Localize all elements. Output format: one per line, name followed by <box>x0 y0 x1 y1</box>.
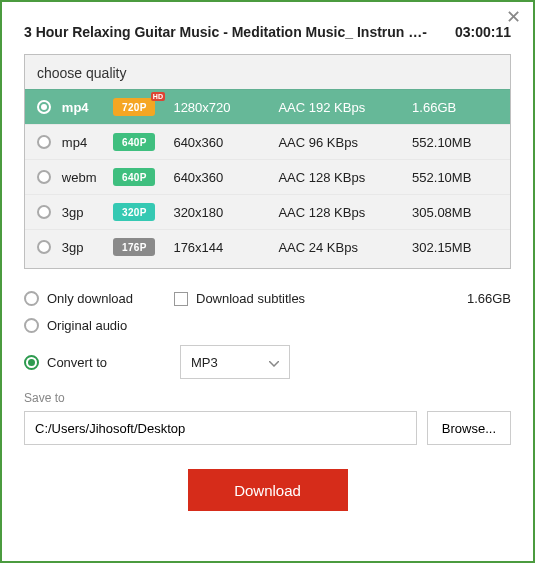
subtitles-label: Download subtitles <box>196 291 305 306</box>
quality-codec: AAC 192 KBps <box>278 100 412 115</box>
download-dialog: ✕ 3 Hour Relaxing Guitar Music - Meditat… <box>0 0 535 563</box>
quality-size: 302.15MB <box>412 240 498 255</box>
quality-format: 3gp <box>62 240 114 255</box>
radio-icon <box>24 318 39 333</box>
download-button[interactable]: Download <box>188 469 348 511</box>
quality-resolution: 640x360 <box>173 170 278 185</box>
quality-size: 552.10MB <box>412 135 498 150</box>
quality-row[interactable]: webm 640P 640x360 AAC 128 KBps 552.10MB <box>25 159 510 194</box>
download-subtitles-option[interactable]: Download subtitles <box>174 291 467 306</box>
quality-row[interactable]: 3gp 176P 176x144 AAC 24 KBps 302.15MB <box>25 229 510 268</box>
hd-icon: HD <box>151 92 166 101</box>
quality-format: 3gp <box>62 205 114 220</box>
quality-badge: 176P <box>113 238 155 256</box>
convert-to-label: Convert to <box>47 355 107 370</box>
only-download-option[interactable]: Only download <box>24 291 174 306</box>
quality-size: 552.10MB <box>412 170 498 185</box>
quality-format: mp4 <box>62 100 114 115</box>
only-download-label: Only download <box>47 291 133 306</box>
quality-codec: AAC 96 KBps <box>278 135 412 150</box>
quality-panel: choose quality mp4 720PHD 1280x720 AAC 1… <box>24 54 511 269</box>
close-icon[interactable]: ✕ <box>503 8 523 28</box>
convert-format-select[interactable]: MP3 <box>180 345 290 379</box>
video-title: 3 Hour Relaxing Guitar Music - Meditatio… <box>24 24 447 40</box>
browse-button[interactable]: Browse... <box>427 411 511 445</box>
quality-size: 1.66GB <box>412 100 498 115</box>
radio-icon <box>37 170 51 184</box>
quality-resolution: 640x360 <box>173 135 278 150</box>
quality-row[interactable]: 3gp 320P 320x180 AAC 128 KBps 305.08MB <box>25 194 510 229</box>
quality-size: 305.08MB <box>412 205 498 220</box>
save-to-label: Save to <box>24 391 511 405</box>
radio-icon <box>24 355 39 370</box>
quality-codec: AAC 24 KBps <box>278 240 412 255</box>
save-path-input[interactable] <box>24 411 417 445</box>
radio-icon <box>24 291 39 306</box>
total-size: 1.66GB <box>467 291 511 306</box>
quality-badge: 640P <box>113 168 155 186</box>
radio-icon <box>37 135 51 149</box>
convert-to-option[interactable]: Convert to <box>24 355 174 370</box>
quality-resolution: 1280x720 <box>173 100 278 115</box>
original-audio-label: Original audio <box>47 318 127 333</box>
original-audio-option[interactable]: Original audio <box>24 318 174 333</box>
radio-icon <box>37 205 51 219</box>
quality-format: mp4 <box>62 135 114 150</box>
quality-codec: AAC 128 KBps <box>278 170 412 185</box>
quality-resolution: 320x180 <box>173 205 278 220</box>
convert-format-value: MP3 <box>191 355 218 370</box>
quality-row[interactable]: mp4 640P 640x360 AAC 96 KBps 552.10MB <box>25 124 510 159</box>
chevron-down-icon <box>269 355 279 370</box>
quality-badge: 320P <box>113 203 155 221</box>
radio-icon <box>37 240 51 254</box>
checkbox-icon <box>174 292 188 306</box>
radio-icon <box>37 100 51 114</box>
quality-resolution: 176x144 <box>173 240 278 255</box>
options-panel: Only download Download subtitles 1.66GB … <box>24 291 511 511</box>
quality-codec: AAC 128 KBps <box>278 205 412 220</box>
quality-row[interactable]: mp4 720PHD 1280x720 AAC 192 KBps 1.66GB <box>25 89 510 124</box>
quality-format: webm <box>62 170 114 185</box>
quality-badge: 640P <box>113 133 155 151</box>
title-bar: 3 Hour Relaxing Guitar Music - Meditatio… <box>24 24 511 40</box>
quality-badge: 720PHD <box>113 98 155 116</box>
quality-header: choose quality <box>25 55 510 89</box>
